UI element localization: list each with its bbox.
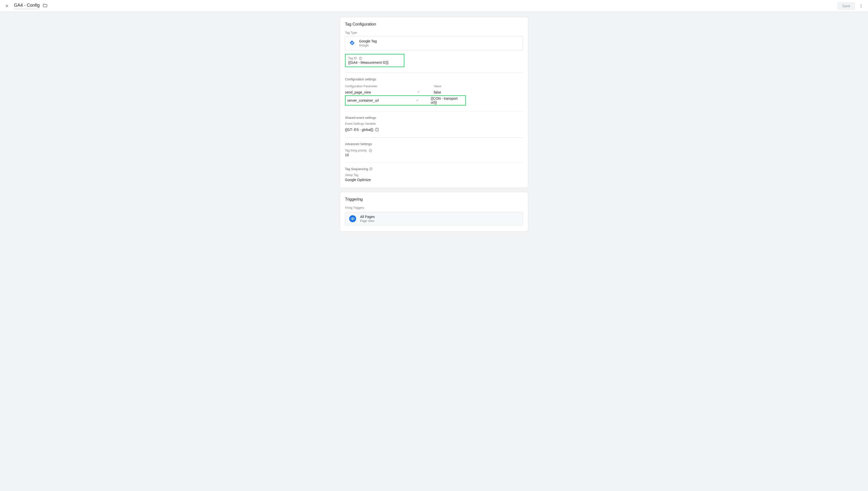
close-icon [5, 4, 9, 8]
config-param-value: false [434, 90, 523, 94]
tag-firing-priority-label: Tag firing priority [345, 149, 367, 152]
advanced-settings-section: Advanced Settings Tag firing priority 10 [345, 142, 523, 157]
divider [345, 111, 523, 111]
tag-type-selector[interactable]: G Google Tag Google [345, 36, 523, 50]
config-param-name: server_container_url [347, 98, 416, 103]
svg-point-15 [371, 169, 371, 170]
firing-triggers-label: Firing Triggers [345, 206, 523, 209]
config-param-value: {{CON - transport url}} [431, 96, 464, 105]
svg-point-4 [861, 7, 862, 7]
advanced-settings-title: Advanced Settings [345, 142, 523, 146]
shared-event-title: Shared event settings [345, 116, 523, 119]
shared-event-settings-section: Shared event settings Event Settings Var… [345, 116, 523, 132]
event-settings-variable-label: Event Settings Variable [345, 122, 523, 125]
help-icon[interactable] [369, 149, 372, 152]
app-body: Tag Configuration Tag Type G Google Tag … [0, 12, 868, 491]
column-value: Value [434, 85, 523, 88]
app-header: GA4 - Config Save [0, 0, 868, 12]
trigger-item[interactable]: All Pages Page View [345, 212, 523, 225]
svg-point-2 [861, 4, 862, 5]
close-button[interactable] [4, 3, 10, 9]
trigger-type: Page View [360, 219, 375, 223]
check-icon [417, 90, 434, 94]
help-icon[interactable] [359, 57, 362, 60]
svg-point-3 [861, 5, 862, 6]
tag-id-label: Tag ID [348, 57, 357, 60]
tag-sequencing-title: Tag Sequencing [345, 167, 368, 171]
help-icon[interactable] [369, 167, 373, 171]
config-row: send_page_view false [345, 89, 523, 95]
config-row-highlight: server_container_url {{CON - transport u… [345, 95, 466, 106]
svg-point-11 [377, 129, 377, 129]
tag-configuration-card[interactable]: Tag Configuration Tag Type G Google Tag … [340, 17, 528, 188]
event-settings-variable-value: {{GT- ES - global}} [345, 128, 373, 132]
more-menu-button[interactable] [858, 3, 864, 9]
card-title: Triggering [345, 197, 523, 202]
card-title: Tag Configuration [345, 22, 523, 27]
trigger-name: All Pages [360, 215, 375, 219]
more-vertical-icon [859, 4, 863, 8]
tag-type-label: Tag Type [345, 31, 523, 34]
svg-point-16 [352, 218, 353, 219]
page-view-icon [349, 215, 356, 222]
config-settings-header: Configuration Parameter Value [345, 84, 523, 89]
check-icon [416, 98, 431, 103]
tag-type-vendor: Google [359, 44, 377, 47]
google-tag-icon: G [349, 40, 355, 46]
folder-icon[interactable] [42, 3, 48, 9]
setup-tag-value: Google Optimize [345, 178, 523, 182]
divider [345, 73, 523, 73]
tag-id-highlight: Tag ID {{GA4 - Measurement ID}} [345, 54, 404, 67]
triggering-card[interactable]: Triggering Firing Triggers All Pages Pag… [340, 192, 528, 232]
divider [345, 137, 523, 138]
configuration-settings-section: Configuration settings Configuration Par… [345, 77, 523, 106]
tag-type-name: Google Tag [359, 39, 377, 43]
tag-firing-priority-value: 10 [345, 153, 523, 157]
column-parameter: Configuration Parameter [345, 85, 417, 88]
page-title[interactable]: GA4 - Config [14, 3, 40, 9]
tag-sequencing-section: Tag Sequencing Setup Tag Google Optimize [345, 167, 523, 182]
config-settings-title: Configuration settings [345, 77, 523, 81]
svg-text:G: G [352, 42, 353, 44]
info-icon[interactable] [375, 127, 379, 132]
setup-tag-label: Setup Tag [345, 173, 523, 177]
save-button[interactable]: Save [837, 2, 855, 10]
tag-id-value: {{GA4 - Measurement ID}} [348, 60, 401, 64]
config-param-name: send_page_view [345, 90, 417, 94]
